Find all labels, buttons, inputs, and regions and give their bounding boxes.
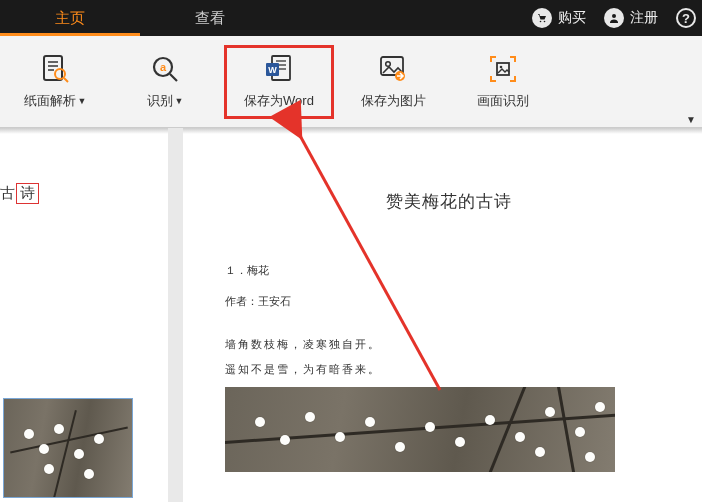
tool-recognize-label: 识别: [147, 92, 173, 110]
doc-section: １．梅花: [225, 263, 672, 278]
svg-point-2: [612, 14, 616, 18]
tab-view-label: 查看: [195, 9, 225, 28]
tool-save-image[interactable]: 保存为图片: [338, 54, 448, 110]
tool-parse-label: 纸面解析: [24, 92, 76, 110]
toolbar: 纸面解析▼ a 识别▼ W 保存为Word 保存为图片 画面识别 ▼: [0, 36, 702, 128]
register-button[interactable]: 注册: [604, 8, 658, 28]
tab-home-label: 主页: [55, 9, 85, 28]
document-preview: 赞美梅花的古诗 １．梅花 作者：王安石 墙角数枝梅，凌寒独自开。 遥知不是雪，为…: [183, 128, 702, 472]
svg-text:W: W: [268, 65, 277, 75]
user-icon: [604, 8, 624, 28]
buy-label: 购买: [558, 9, 586, 27]
svg-point-0: [540, 21, 542, 23]
left-thumbnail[interactable]: [3, 398, 133, 498]
screen-ocr-icon: [488, 54, 518, 84]
svg-rect-3: [44, 56, 62, 80]
tool-recognize[interactable]: a 识别▼: [110, 54, 220, 110]
left-doc-title: 古诗: [0, 183, 39, 204]
svg-point-19: [386, 61, 391, 66]
toolbar-more-caret[interactable]: ▼: [686, 114, 696, 125]
tool-screen-ocr[interactable]: 画面识别: [448, 54, 558, 110]
svg-point-7: [55, 69, 65, 79]
register-label: 注册: [630, 9, 658, 27]
parse-icon: [40, 54, 70, 84]
doc-author-name: 王安石: [258, 295, 291, 307]
doc-line-2: 遥知不是雪，为有暗香来。: [225, 362, 672, 377]
caret-down-icon: ▼: [78, 96, 87, 106]
tabbar-right: 购买 注册 ?: [532, 0, 702, 36]
doc-image: [225, 387, 615, 472]
left-pane: 古诗: [0, 128, 182, 502]
cart-icon: [532, 8, 552, 28]
tab-home[interactable]: 主页: [0, 0, 140, 36]
help-icon[interactable]: ?: [676, 8, 696, 28]
svg-rect-21: [497, 63, 509, 75]
svg-line-11: [170, 74, 177, 81]
tool-save-word[interactable]: W 保存为Word: [224, 45, 334, 119]
content-area: 古诗 赞美梅花的古诗 １．梅花 作者：王安石 墙角数枝梅，凌寒独自开。 遥知不是…: [0, 128, 702, 502]
right-pane: 赞美梅花的古诗 １．梅花 作者：王安石 墙角数枝梅，凌寒独自开。 遥知不是雪，为…: [182, 128, 702, 502]
svg-point-1: [544, 21, 546, 23]
buy-button[interactable]: 购买: [532, 8, 586, 28]
recognize-icon: a: [150, 54, 180, 84]
tab-view[interactable]: 查看: [140, 0, 280, 36]
tool-save-image-label: 保存为图片: [361, 92, 426, 110]
caret-down-icon: ▼: [175, 96, 184, 106]
doc-author: 作者：王安石: [225, 294, 672, 309]
svg-line-8: [64, 78, 68, 82]
svg-text:a: a: [160, 61, 167, 73]
svg-point-22: [500, 65, 503, 68]
tool-save-word-label: 保存为Word: [244, 92, 314, 110]
left-title-b: 诗: [16, 183, 39, 204]
tab-bar: 主页 查看 购买 注册 ?: [0, 0, 702, 36]
tool-screen-ocr-label: 画面识别: [477, 92, 529, 110]
image-icon: [378, 54, 408, 84]
left-title-a: 古: [0, 184, 15, 201]
doc-line-1: 墙角数枝梅，凌寒独自开。: [225, 337, 672, 352]
doc-author-label: 作者：: [225, 295, 258, 307]
tool-parse[interactable]: 纸面解析▼: [0, 54, 110, 110]
word-icon: W: [264, 54, 294, 84]
doc-title: 赞美梅花的古诗: [225, 190, 672, 213]
